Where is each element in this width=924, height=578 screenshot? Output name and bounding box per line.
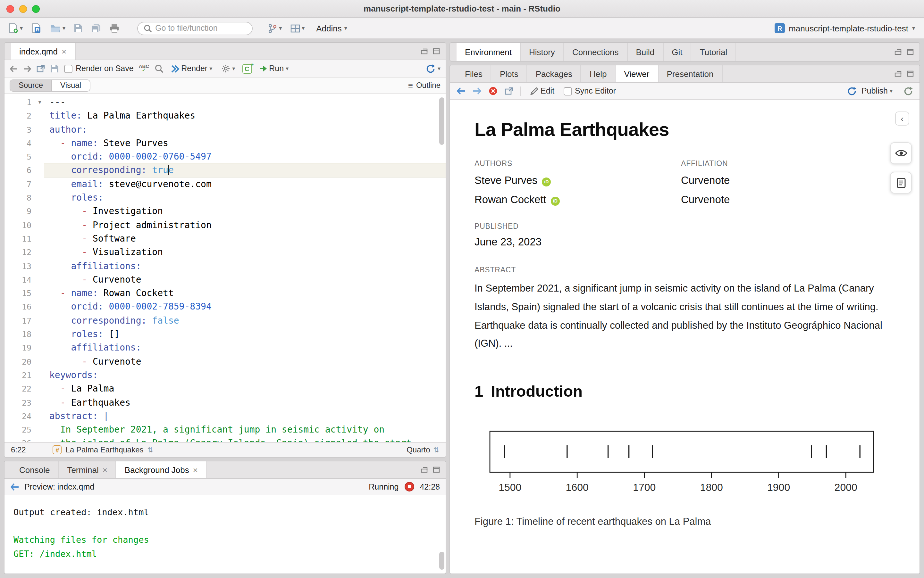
code-line[interactable]: 25 In September 2021, a significant jump… — [5, 423, 446, 437]
version-control-button[interactable]: ▾ — [266, 22, 284, 34]
orcid-icon[interactable]: iD — [551, 196, 560, 205]
render-button[interactable]: Render ▾ — [168, 63, 214, 74]
code-line[interactable]: 22 - La Palma — [5, 382, 446, 396]
tab-plots[interactable]: Plots — [491, 65, 527, 82]
code-line[interactable]: 1▼--- — [5, 96, 446, 109]
annotation-note-button[interactable] — [890, 172, 912, 193]
goto-file-input[interactable] — [155, 24, 245, 32]
caret-down-icon[interactable]: ▾ — [232, 65, 235, 72]
maximize-pane-icon[interactable] — [433, 466, 440, 473]
new-file-button[interactable]: ▾ — [7, 22, 25, 35]
code-line[interactable]: 13 affiliations: — [5, 259, 446, 273]
stop-job-icon[interactable] — [404, 482, 414, 492]
code-line[interactable]: 24abstract: | — [5, 409, 446, 423]
close-icon[interactable]: × — [62, 47, 67, 56]
tab-console[interactable]: Console — [11, 461, 59, 478]
tab-terminal[interactable]: Terminal× — [59, 461, 116, 478]
maximize-pane-icon[interactable] — [907, 49, 914, 55]
save-all-button[interactable] — [89, 22, 103, 34]
back-icon[interactable] — [457, 87, 465, 95]
code-editor[interactable]: 1▼---2title: La Palma Earthquakes3author… — [5, 94, 446, 442]
section-selector[interactable]: # La Palma Earthquakes ⇅ — [53, 445, 153, 454]
caret-down-icon[interactable]: ▾ — [302, 25, 304, 31]
print-button[interactable] — [108, 23, 121, 34]
popout-icon[interactable] — [504, 87, 513, 95]
code-line[interactable]: 19 affiliations: — [5, 341, 446, 355]
sync-editor-checkbox[interactable] — [563, 87, 572, 95]
code-line[interactable]: 10 - Project administration — [5, 218, 446, 232]
code-line[interactable]: 12 - Visualization — [5, 246, 446, 260]
forward-icon[interactable] — [473, 87, 482, 95]
code-line[interactable]: 21keywords: — [5, 369, 446, 382]
orcid-icon[interactable]: iD — [542, 177, 551, 186]
close-icon[interactable]: × — [193, 465, 198, 474]
code-line[interactable]: 5 orcid: 0000-0002-0760-5497 — [5, 150, 446, 164]
minimize-pane-icon[interactable] — [895, 49, 901, 55]
caret-down-icon[interactable]: ▾ — [20, 25, 23, 31]
project-selector[interactable]: R manuscript-template-rstudio-test ▾ — [772, 22, 917, 35]
tab-packages[interactable]: Packages — [527, 65, 581, 82]
caret-down-icon[interactable]: ▾ — [438, 65, 441, 72]
new-project-button[interactable]: R — [29, 22, 43, 35]
fold-arrow-icon[interactable]: ▼ — [35, 96, 44, 109]
spellcheck-icon[interactable]: ABC✓ — [139, 65, 150, 72]
run-button[interactable]: Run ▾ — [257, 63, 291, 74]
code-line[interactable]: 20 - Curvenote — [5, 355, 446, 369]
code-line[interactable]: 16 orcid: 0000-0002-7859-8394 — [5, 300, 446, 314]
tab-background-jobs[interactable]: Background Jobs× — [116, 461, 207, 478]
tab-git[interactable]: Git — [663, 43, 691, 61]
code-line[interactable]: 7 email: steve@curvenote.com — [5, 177, 446, 191]
caret-down-icon[interactable]: ▾ — [279, 25, 282, 31]
tab-files[interactable]: Files — [457, 65, 491, 82]
code-line[interactable]: 26 the island of La Palma (Canary Island… — [5, 437, 446, 442]
sidebar-collapse-button[interactable]: ‹ — [895, 112, 909, 126]
code-line[interactable]: 9 - Investigation — [5, 205, 446, 219]
save-icon[interactable] — [50, 64, 59, 73]
caret-down-icon[interactable]: ▾ — [890, 88, 893, 94]
tab-build[interactable]: Build — [628, 43, 663, 61]
close-icon[interactable]: × — [102, 465, 107, 474]
render-settings-button[interactable]: ▾ — [219, 63, 237, 74]
console-output[interactable]: Output created: index.html Watching file… — [5, 495, 446, 573]
visual-mode-button[interactable]: Visual — [51, 80, 89, 91]
code-line[interactable]: 8 roles: — [5, 191, 446, 205]
console-scrollbar[interactable] — [439, 552, 444, 570]
tab-presentation[interactable]: Presentation — [658, 65, 722, 82]
back-icon[interactable] — [10, 65, 18, 72]
code-line[interactable]: 15 - name: Rowan Cockett — [5, 286, 446, 300]
refresh-icon[interactable] — [903, 86, 913, 96]
tab-help[interactable]: Help — [581, 65, 616, 82]
preview-eye-button[interactable] — [890, 142, 912, 164]
caret-down-icon[interactable]: ▾ — [209, 65, 212, 72]
back-icon[interactable] — [10, 483, 19, 490]
tab-history[interactable]: History — [521, 43, 564, 61]
tab-index-qmd[interactable]: index.qmd × — [11, 43, 75, 60]
zoom-window-button[interactable] — [32, 5, 40, 13]
publish-button[interactable]: Publish ▾ — [848, 86, 893, 96]
maximize-pane-icon[interactable] — [907, 70, 914, 77]
tab-viewer[interactable]: Viewer — [616, 65, 658, 82]
code-line[interactable]: 11 - Software — [5, 232, 446, 246]
goto-file-search[interactable] — [137, 21, 253, 35]
minimize-pane-icon[interactable] — [895, 70, 901, 77]
code-line[interactable]: 6 corresponding: true — [5, 164, 446, 177]
source-mode-button[interactable]: Source — [10, 80, 51, 91]
tab-connections[interactable]: Connections — [564, 43, 628, 61]
caret-down-icon[interactable]: ▾ — [286, 65, 288, 72]
save-button[interactable] — [72, 23, 85, 34]
remove-viewer-item-icon[interactable] — [489, 86, 498, 96]
caret-down-icon[interactable]: ▾ — [62, 25, 65, 31]
maximize-pane-icon[interactable] — [433, 48, 440, 54]
forward-icon[interactable] — [23, 65, 31, 72]
outline-button[interactable]: ≡ Outline — [408, 80, 441, 90]
minimize-window-button[interactable] — [19, 5, 27, 13]
addins-button[interactable]: Addins ▾ — [316, 23, 347, 33]
workspace-panes-button[interactable]: ▾ — [288, 23, 306, 34]
code-line[interactable]: 14 - Curvenote — [5, 273, 446, 287]
code-line[interactable]: 23 - Earthquakes — [5, 396, 446, 409]
close-window-button[interactable] — [7, 5, 14, 13]
tab-tutorial[interactable]: Tutorial — [691, 43, 737, 61]
code-line[interactable]: 2title: La Palma Earthquakes — [5, 109, 446, 123]
code-line[interactable]: 17 corresponding: false — [5, 314, 446, 328]
editor-scrollbar[interactable] — [439, 97, 444, 145]
